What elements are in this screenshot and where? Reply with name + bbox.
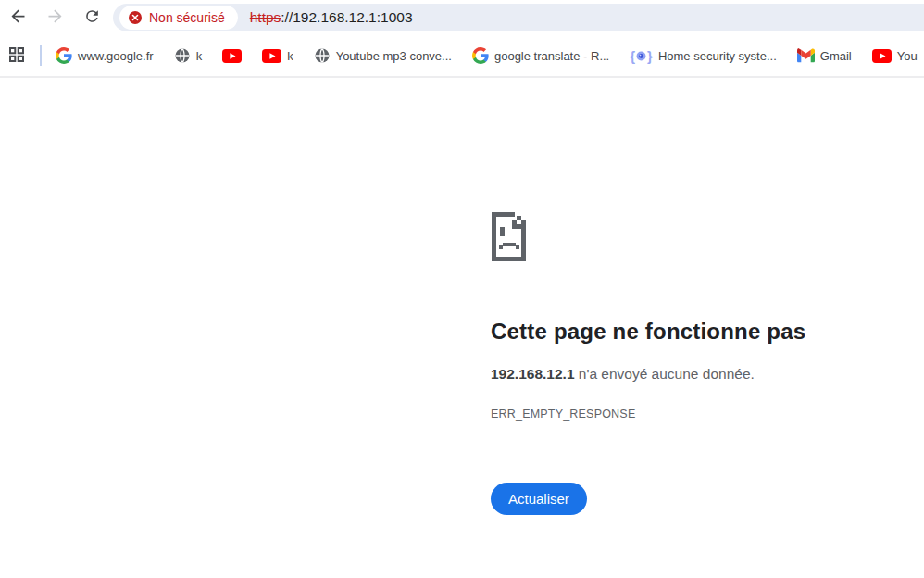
not-secure-icon	[128, 10, 143, 25]
bookmark-label: www.google.fr	[78, 49, 154, 63]
youtube-icon	[262, 49, 281, 63]
back-button[interactable]	[2, 2, 33, 33]
bookmark-item[interactable]: Youtube mp3 conve...	[314, 47, 452, 64]
forward-icon	[45, 6, 65, 29]
address-bar[interactable]: Non sécurisé https://192.168.12.1:1003	[113, 4, 924, 31]
bookmark-item[interactable]: You	[872, 49, 918, 63]
error-message: 192.168.12.1 n'a envoyé aucune donnée.	[491, 366, 889, 383]
error-code: ERR_EMPTY_RESPONSE	[491, 408, 889, 421]
bookmark-label: Gmail	[820, 49, 852, 63]
back-icon	[8, 6, 28, 29]
bookmark-item[interactable]	[222, 49, 242, 63]
error-host: 192.168.12.1	[491, 366, 575, 382]
security-chip-label: Non sécurisé	[149, 10, 225, 25]
bookmark-label: google translate - R...	[494, 49, 609, 63]
google-g-icon	[56, 47, 72, 64]
reload-button[interactable]	[76, 2, 107, 33]
url-scheme: https	[250, 9, 281, 25]
youtube-icon	[872, 49, 892, 63]
gmail-icon	[797, 47, 815, 65]
apps-grid-icon	[8, 46, 25, 66]
globe-icon	[174, 47, 191, 64]
bookmark-item[interactable]: Gmail	[797, 47, 852, 65]
globe-icon	[314, 47, 331, 64]
url-text: https://192.168.12.1:1003	[250, 9, 413, 26]
bookmark-label: Home security syste...	[658, 49, 777, 63]
error-title: Cette page ne fonctionne pas	[491, 319, 889, 345]
error-message-rest: n'a envoyé aucune donnée.	[575, 366, 755, 382]
bookmark-item[interactable]: k	[262, 49, 293, 63]
bookmark-item[interactable]: www.google.fr	[56, 47, 154, 64]
bookmarks-bar: www.google.fr k k Youtube m	[0, 35, 924, 78]
security-camera-icon: { }	[630, 49, 653, 63]
bookmark-label: k	[196, 49, 203, 63]
bookmark-item[interactable]: google translate - R...	[472, 47, 609, 64]
forward-button[interactable]	[39, 2, 70, 33]
bookmark-label: k	[287, 49, 293, 63]
browser-toolbar: Non sécurisé https://192.168.12.1:1003	[0, 0, 924, 35]
security-chip[interactable]: Non sécurisé	[119, 6, 238, 30]
reload-page-button[interactable]: Actualiser	[491, 483, 587, 515]
reload-icon	[83, 7, 101, 28]
bookmarks-divider	[40, 45, 42, 66]
google-g-icon	[472, 47, 489, 64]
bookmarks-list: www.google.fr k k Youtube m	[56, 47, 918, 65]
youtube-icon	[222, 49, 242, 63]
sad-file-icon	[491, 212, 889, 265]
bookmark-label: You	[897, 49, 918, 63]
bookmark-label: Youtube mp3 conve...	[336, 49, 452, 63]
url-rest: ://192.168.12.1:1003	[281, 9, 412, 25]
bookmark-item[interactable]: { } Home security syste...	[630, 49, 777, 63]
apps-grid-button[interactable]	[7, 46, 26, 65]
bookmark-item[interactable]: k	[174, 47, 203, 64]
error-page: Cette page ne fonctionne pas 192.168.12.…	[491, 212, 889, 515]
